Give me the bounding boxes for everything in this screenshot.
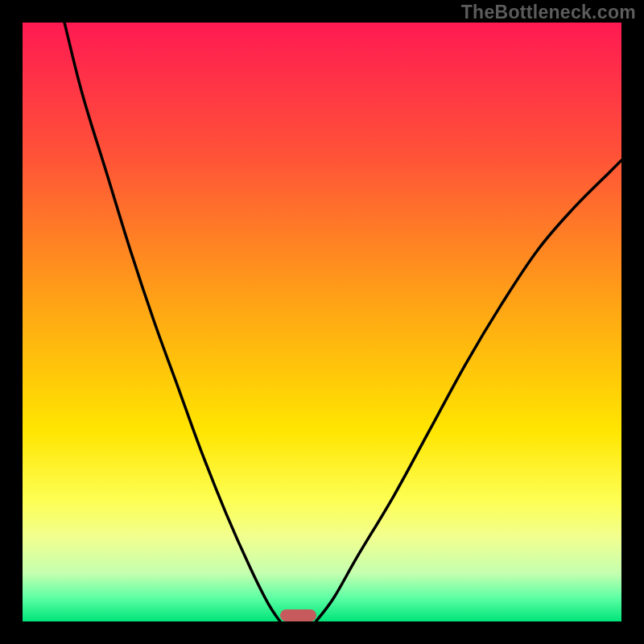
chart-frame: TheBottleneck.com: [0, 0, 644, 644]
minimum-marker: [280, 609, 316, 621]
chart-curve-layer: [23, 23, 621, 621]
curve-right-branch: [316, 160, 621, 621]
curve-left-branch: [64, 23, 280, 621]
watermark-text: TheBottleneck.com: [461, 2, 636, 23]
plot-area: [23, 23, 621, 621]
